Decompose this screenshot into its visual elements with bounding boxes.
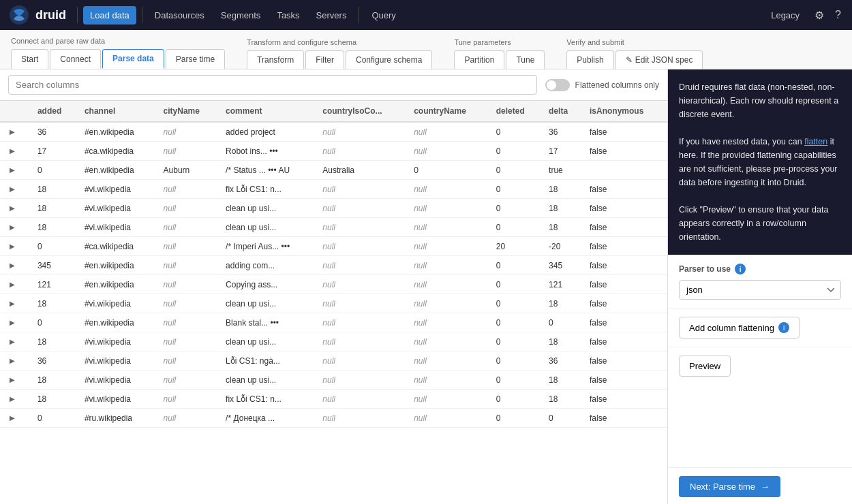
cell-channel: #en.wikipedia	[78, 256, 157, 275]
tab-partition[interactable]: Partition	[454, 50, 504, 69]
table-header: added channel cityName comment countryIs…	[0, 101, 667, 122]
settings-icon[interactable]: ⚙	[812, 6, 827, 25]
tab-publish[interactable]: Publish	[566, 50, 613, 69]
cell-channel: #en.wikipedia	[78, 313, 157, 332]
row-expand-button[interactable]: ▶	[7, 127, 18, 137]
table-row: ▶0#en.wikipediaAuburn/* Status ... ••• A…	[0, 161, 667, 180]
cell-delta: 18	[542, 180, 583, 199]
cell-added: 18	[31, 294, 78, 313]
row-expand-cell: ▶	[0, 371, 31, 390]
query-button[interactable]: Query	[365, 6, 402, 25]
row-expand-button[interactable]: ▶	[7, 317, 18, 328]
legacy-button[interactable]: Legacy	[764, 6, 806, 25]
tab-connect[interactable]: Connect	[50, 49, 101, 69]
flatten-link[interactable]: flatten	[804, 137, 827, 146]
row-expand-cell: ▶	[0, 351, 31, 371]
cell-cityname: null	[157, 180, 219, 199]
row-expand-button[interactable]: ▶	[7, 146, 18, 156]
cell-country-iso: Australia	[316, 161, 407, 180]
cell-is-anonymous: false	[583, 256, 667, 275]
row-expand-button[interactable]: ▶	[7, 165, 18, 175]
row-expand-button[interactable]: ▶	[7, 298, 18, 309]
cell-country-name: null	[407, 218, 489, 237]
row-expand-button[interactable]: ▶	[7, 356, 18, 366]
cell-is-anonymous: false	[583, 199, 667, 218]
row-expand-button[interactable]: ▶	[7, 203, 18, 213]
cell-deleted: 0	[489, 313, 542, 332]
tab-transform[interactable]: Transform	[247, 50, 304, 69]
flattened-toggle[interactable]	[545, 79, 570, 91]
table-row: ▶36#en.wikipedianulladded projectnullnul…	[0, 122, 667, 142]
row-expand-button[interactable]: ▶	[7, 375, 18, 385]
col-isanonymous: isAnonymous	[583, 101, 667, 122]
tab-configure-schema[interactable]: Configure schema	[346, 50, 432, 69]
data-panel: Flattened columns only added channel cit…	[0, 69, 668, 504]
cell-country-iso: null	[316, 237, 407, 256]
col-deleted: deleted	[489, 101, 542, 122]
tasks-button[interactable]: Tasks	[270, 6, 306, 25]
cell-is-anonymous: false	[583, 237, 667, 256]
parser-info-icon[interactable]: i	[735, 264, 746, 274]
col-countryisocode: countryIsoCo...	[316, 101, 407, 122]
add-column-flattening-button[interactable]: Add column flattening i	[679, 317, 800, 338]
help-icon[interactable]: ?	[832, 6, 844, 24]
tab-tune[interactable]: Tune	[506, 50, 545, 69]
cell-deleted: 0	[489, 332, 542, 351]
wizard-group-tune-label: Tune parameters	[454, 38, 545, 46]
cell-country-iso: null	[316, 332, 407, 351]
parser-select[interactable]: json csv tsv regex	[679, 280, 841, 300]
load-data-button[interactable]: Load data	[83, 6, 136, 25]
right-panel: Druid requires flat data (non-nested, no…	[668, 69, 852, 504]
cell-channel: #ca.wikipedia	[78, 142, 157, 161]
row-expand-button[interactable]: ▶	[7, 222, 18, 232]
cell-cityname: null	[157, 218, 219, 237]
segments-button[interactable]: Segments	[214, 6, 268, 25]
search-input[interactable]	[8, 75, 537, 95]
cell-added: 18	[31, 218, 78, 237]
cell-comment: /* Status ... ••• AU	[219, 161, 316, 180]
preview-button[interactable]: Preview	[679, 356, 731, 377]
edit-json-icon: ✎	[626, 55, 633, 65]
cell-delta: 18	[542, 218, 583, 237]
row-expand-button[interactable]: ▶	[7, 279, 18, 289]
cell-country-iso: null	[316, 351, 407, 371]
row-expand-button[interactable]: ▶	[7, 260, 18, 270]
datasources-button[interactable]: Datasources	[148, 6, 211, 25]
wizard-group-verify-label: Verify and submit	[566, 38, 703, 46]
tab-parse-data[interactable]: Parse data	[102, 49, 164, 69]
next-button[interactable]: Next: Parse time →	[679, 476, 780, 497]
cell-added: 18	[31, 390, 78, 409]
tab-start[interactable]: Start	[11, 49, 48, 69]
row-expand-cell: ▶	[0, 390, 31, 409]
cell-channel: #vi.wikipedia	[78, 218, 157, 237]
row-expand-button[interactable]: ▶	[7, 394, 18, 404]
tab-edit-json[interactable]: ✎ Edit JSON spec	[615, 50, 703, 69]
cell-comment: Copying ass...	[219, 275, 316, 294]
row-expand-button[interactable]: ▶	[7, 184, 18, 194]
tab-parse-time[interactable]: Parse time	[166, 49, 225, 69]
table-row: ▶121#en.wikipedianullCopying ass...nulln…	[0, 275, 667, 294]
tab-filter[interactable]: Filter	[305, 50, 344, 69]
row-expand-cell: ▶	[0, 237, 31, 256]
servers-button[interactable]: Servers	[309, 6, 354, 25]
cell-delta: 0	[542, 313, 583, 332]
cell-deleted: 0	[489, 142, 542, 161]
wizard-tabs-connect: Start Connect Parse data Parse time	[11, 49, 225, 69]
cell-is-anonymous: false	[583, 313, 667, 332]
row-expand-button[interactable]: ▶	[7, 336, 18, 347]
flattening-section: Add column flattening i	[668, 308, 852, 347]
row-expand-button[interactable]: ▶	[7, 241, 18, 251]
row-expand-cell: ▶	[0, 218, 31, 237]
cell-added: 36	[31, 351, 78, 371]
cell-country-name: null	[407, 313, 489, 332]
cell-deleted: 0	[489, 409, 542, 428]
cell-country-iso: null	[316, 409, 407, 428]
row-expand-button[interactable]: ▶	[7, 413, 18, 423]
cell-deleted: 0	[489, 122, 542, 142]
flattening-info-icon[interactable]: i	[778, 322, 789, 333]
cell-country-name: null	[407, 256, 489, 275]
parser-label: Parser to use i	[679, 264, 841, 274]
cell-country-name: null	[407, 199, 489, 218]
logo: druid	[8, 4, 66, 26]
cell-added: 17	[31, 142, 78, 161]
